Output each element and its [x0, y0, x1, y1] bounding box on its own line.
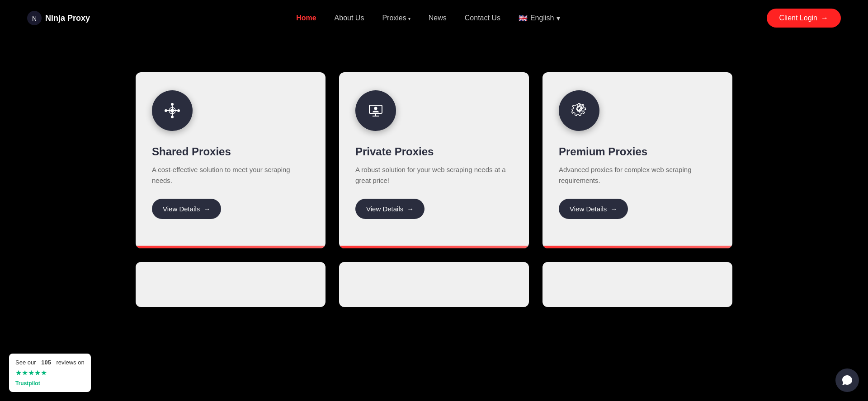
trustpilot-badge[interactable]: See our 105 reviews on ★★★★★ Trustpilot: [9, 354, 91, 392]
svg-text:N: N: [32, 15, 37, 22]
nav-link-home[interactable]: Home: [296, 14, 316, 22]
trustpilot-logo: Trustpilot: [15, 379, 40, 387]
svg-point-6: [171, 116, 174, 118]
arrow-icon: →: [821, 14, 828, 22]
svg-point-5: [171, 103, 174, 106]
button-arrow-icon: →: [610, 205, 617, 213]
logo[interactable]: N Ninja Proxy: [27, 11, 90, 25]
nav-link-contact[interactable]: Contact Us: [465, 14, 500, 22]
private-proxies-card: Private Proxies A robust solution for yo…: [339, 72, 529, 248]
svg-point-3: [165, 109, 167, 112]
card-partial-1: [136, 262, 326, 307]
nav-item-proxies[interactable]: Proxies ▾: [382, 14, 410, 22]
chat-icon: [841, 374, 853, 386]
nav-item-contact[interactable]: Contact Us: [465, 14, 500, 22]
premium-proxies-title: Premium Proxies: [559, 145, 716, 158]
premium-proxies-icon-circle: [559, 90, 599, 131]
client-login-button[interactable]: Client Login →: [767, 9, 841, 28]
nav-item-about[interactable]: About Us: [335, 14, 364, 22]
shared-proxies-description: A cost-effective solution to meet your s…: [152, 164, 309, 186]
language-selector[interactable]: 🇬🇧 English ▾: [519, 14, 560, 23]
private-proxies-description: A robust solution for your web scraping …: [355, 164, 513, 186]
navbar: N Ninja Proxy Home About Us Proxies ▾ Ne…: [0, 0, 868, 36]
trustpilot-see-our: See our: [15, 358, 36, 367]
logo-icon: N: [27, 11, 42, 25]
shared-proxies-icon-circle: [152, 90, 193, 131]
nav-link-about[interactable]: About Us: [335, 14, 364, 22]
nav-links: Home About Us Proxies ▾ News Contact Us …: [296, 14, 560, 23]
language-chevron-icon: ▾: [557, 14, 560, 23]
nav-item-news[interactable]: News: [429, 14, 447, 22]
chat-button[interactable]: [835, 368, 859, 392]
premium-proxies-view-details-button[interactable]: View Details →: [559, 199, 628, 219]
trustpilot-stars: ★★★★★: [15, 368, 47, 378]
trustpilot-review-count: 105: [41, 358, 51, 367]
user-screen-icon: [366, 101, 386, 121]
button-arrow-icon: →: [407, 205, 414, 213]
shared-proxies-view-details-button[interactable]: View Details →: [152, 199, 221, 219]
logo-text: Ninja Proxy: [45, 14, 90, 23]
card-partial-2: [339, 262, 529, 307]
shared-proxies-card: Shared Proxies A cost-effective solution…: [136, 72, 326, 248]
nav-item-home[interactable]: Home: [296, 14, 316, 22]
trustpilot-reviews-on: reviews on: [57, 358, 85, 367]
premium-proxies-description: Advanced proxies for complex web scrapin…: [559, 164, 716, 186]
premium-proxies-card: Premium Proxies Advanced proxies for com…: [542, 72, 732, 248]
nav-dropdown-proxies[interactable]: Proxies ▾: [382, 14, 410, 22]
button-arrow-icon: →: [203, 205, 210, 213]
chevron-down-icon: ▾: [408, 16, 410, 21]
svg-point-4: [177, 109, 180, 112]
proxy-cards-row1: Shared Proxies A cost-effective solution…: [136, 72, 732, 248]
main-content: Shared Proxies A cost-effective solution…: [0, 36, 868, 325]
shared-proxies-title: Shared Proxies: [152, 145, 309, 158]
nav-link-news[interactable]: News: [429, 14, 447, 22]
gear-check-icon: [569, 101, 589, 121]
network-icon: [162, 101, 182, 121]
proxy-cards-row2: [136, 262, 732, 307]
private-proxies-title: Private Proxies: [355, 145, 513, 158]
private-proxies-view-details-button[interactable]: View Details →: [355, 199, 425, 219]
svg-point-2: [170, 109, 174, 112]
nav-item-language[interactable]: 🇬🇧 English ▾: [519, 14, 560, 23]
flag-icon: 🇬🇧: [519, 14, 528, 23]
private-proxies-icon-circle: [355, 90, 396, 131]
card-partial-3: [542, 262, 732, 307]
svg-point-15: [374, 107, 377, 110]
